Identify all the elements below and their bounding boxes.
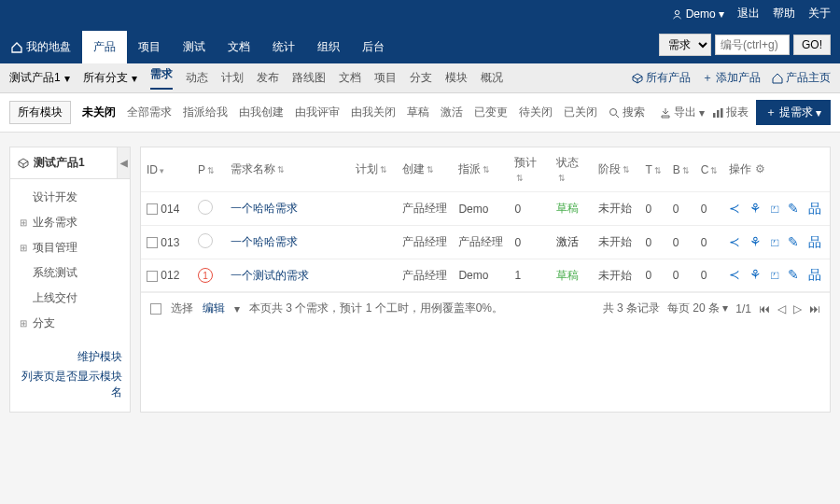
row-id[interactable]: 013 (161, 236, 179, 249)
batch-edit-link[interactable]: 编辑 (203, 301, 225, 316)
subnav-branch[interactable]: 分支 (410, 70, 432, 86)
story-title-link[interactable]: 一个测试的需求 (225, 259, 350, 292)
story-title-link[interactable]: 一个哈哈需求 (225, 192, 350, 226)
tab-admin[interactable]: 后台 (351, 31, 396, 63)
col-id[interactable]: ID▾ (141, 147, 192, 192)
help-link[interactable]: 帮助 (773, 6, 795, 21)
tree-node[interactable]: 上线交付 (10, 286, 130, 311)
pager-total: 共 3 条记录 (603, 301, 660, 316)
tab-stat[interactable]: 统计 (261, 31, 306, 63)
add-product-link[interactable]: ＋添加产品 (702, 70, 761, 86)
cell-b: 0 (667, 259, 695, 292)
col-estimate[interactable]: 预计⇅ (509, 147, 551, 192)
col-status[interactable]: 状态⇅ (551, 147, 593, 192)
pager-prev[interactable]: ◁ (777, 302, 786, 315)
search-go-button[interactable]: GO! (793, 35, 831, 55)
pager-per-page[interactable]: 每页 20 条 ▾ (667, 301, 728, 316)
col-assignee[interactable]: 指派⇅ (453, 147, 509, 192)
cell-plan (350, 226, 397, 259)
pager-next[interactable]: ▷ (793, 302, 802, 315)
main-nav: 我的地盘 产品 项目 测试 文档 统计 组织 后台 (0, 31, 396, 63)
search-input[interactable] (715, 35, 790, 55)
col-c[interactable]: C⇅ (695, 147, 724, 192)
report-button[interactable]: 报表 (712, 105, 749, 120)
subnav-doc[interactable]: 文档 (339, 70, 361, 86)
filter-to-close[interactable]: 待关闭 (519, 105, 553, 120)
export-button[interactable]: 导出 ▾ (660, 105, 705, 120)
tab-test[interactable]: 测试 (172, 31, 217, 63)
cell-t: 0 (639, 192, 666, 226)
gear-icon[interactable]: ⚙ (755, 162, 765, 175)
toggle-module-name-link[interactable]: 列表页是否显示模块名 (18, 369, 122, 400)
row-checkbox[interactable] (147, 237, 158, 248)
sidebar-collapse-button[interactable]: ◀ (117, 147, 130, 178)
filter-closed[interactable]: 已关闭 (564, 105, 597, 120)
module-filter-chip[interactable]: 所有模块 (9, 101, 71, 124)
filter-search[interactable]: 搜索 (609, 105, 645, 120)
filter-closed-by-me[interactable]: 由我关闭 (351, 105, 396, 120)
col-actions: 操作 ⚙ (723, 147, 830, 192)
logout-link[interactable]: 退出 (737, 6, 760, 21)
filter-draft[interactable]: 草稿 (407, 105, 429, 120)
row-id[interactable]: 014 (161, 203, 179, 216)
cell-c: 0 (695, 226, 724, 259)
tab-product[interactable]: 产品 (82, 31, 127, 63)
row-actions[interactable]: ≺ ⚘ ⏍ ✎ 品 (723, 226, 830, 259)
tab-dashboard[interactable]: 我的地盘 (0, 31, 82, 63)
filter-reviewed-by-me[interactable]: 由我评审 (295, 105, 340, 120)
tree-node[interactable]: 设计开发 (10, 185, 130, 210)
row-actions[interactable]: ≺ ⚘ ⏍ ✎ 品 (723, 259, 830, 292)
col-t[interactable]: T⇅ (639, 147, 666, 192)
table-row: 014一个哈哈需求产品经理Demo0草稿未开始000≺ ⚘ ⏍ ✎ 品 (141, 192, 830, 226)
tab-doc[interactable]: 文档 (217, 31, 261, 63)
select-all-checkbox[interactable] (150, 303, 161, 315)
sidebar-title: 测试产品1 ◀ (10, 147, 130, 179)
maintain-module-link[interactable]: 维护模块 (18, 349, 122, 365)
cell-c: 0 (695, 259, 724, 292)
filter-created-by-me[interactable]: 由我创建 (239, 105, 284, 120)
product-dropdown[interactable]: 测试产品1 ▾ (9, 70, 70, 86)
cell-c: 0 (695, 192, 724, 226)
subnav-module[interactable]: 模块 (445, 70, 468, 86)
filter-bar: 所有模块 未关闭 全部需求 指派给我 由我创建 由我评审 由我关闭 草稿 激活 … (0, 93, 840, 133)
about-link[interactable]: 关于 (808, 6, 831, 21)
table-header-row: ID▾ P⇅ 需求名称⇅ 计划⇅ 创建⇅ 指派⇅ 预计⇅ 状态⇅ 阶段⇅ T⇅ … (141, 147, 830, 192)
filter-unclosed[interactable]: 未关闭 (82, 105, 116, 120)
tree-node[interactable]: ⊞项目管理 (10, 235, 130, 260)
subnav-project[interactable]: 项目 (374, 70, 397, 86)
col-b[interactable]: B⇅ (667, 147, 695, 192)
search-type-select[interactable]: 需求 (659, 34, 711, 56)
filter-all[interactable]: 全部需求 (127, 105, 172, 120)
col-priority[interactable]: P⇅ (192, 147, 225, 192)
filter-changed[interactable]: 已变更 (474, 105, 508, 120)
user-menu[interactable]: Demo ▾ (672, 7, 724, 21)
filter-active[interactable]: 激活 (441, 105, 463, 120)
subnav-dynamic[interactable]: 动态 (186, 70, 208, 86)
branch-dropdown[interactable]: 所有分支 ▾ (83, 70, 137, 86)
pager-first[interactable]: ⏮ (759, 302, 770, 315)
row-checkbox[interactable] (147, 203, 158, 215)
all-products-link[interactable]: 所有产品 (632, 70, 691, 86)
pager-last[interactable]: ⏭ (809, 302, 820, 315)
tree-node[interactable]: ⊞分支 (10, 311, 130, 336)
col-creator[interactable]: 创建⇅ (397, 147, 453, 192)
subnav-plan[interactable]: 计划 (221, 70, 244, 86)
tree-node[interactable]: 系统测试 (10, 260, 130, 286)
create-story-button[interactable]: ＋提需求 ▾ (756, 100, 831, 125)
col-title[interactable]: 需求名称⇅ (225, 147, 350, 192)
tab-org[interactable]: 组织 (306, 31, 351, 63)
filter-assigned-to-me[interactable]: 指派给我 (183, 105, 228, 120)
subnav-overview[interactable]: 概况 (481, 70, 503, 86)
col-plan[interactable]: 计划⇅ (350, 147, 397, 192)
subnav-roadmap[interactable]: 路线图 (292, 70, 326, 86)
product-home-link[interactable]: 产品主页 (772, 70, 831, 86)
col-phase[interactable]: 阶段⇅ (593, 147, 639, 192)
story-title-link[interactable]: 一个哈哈需求 (225, 226, 350, 259)
tab-project[interactable]: 项目 (127, 31, 172, 63)
subnav-release[interactable]: 发布 (257, 70, 279, 86)
row-actions[interactable]: ≺ ⚘ ⏍ ✎ 品 (723, 192, 830, 226)
row-checkbox[interactable] (147, 271, 158, 282)
subnav-story[interactable]: 需求 (150, 66, 173, 90)
row-id[interactable]: 012 (161, 269, 179, 282)
tree-node[interactable]: ⊞业务需求 (10, 210, 130, 235)
